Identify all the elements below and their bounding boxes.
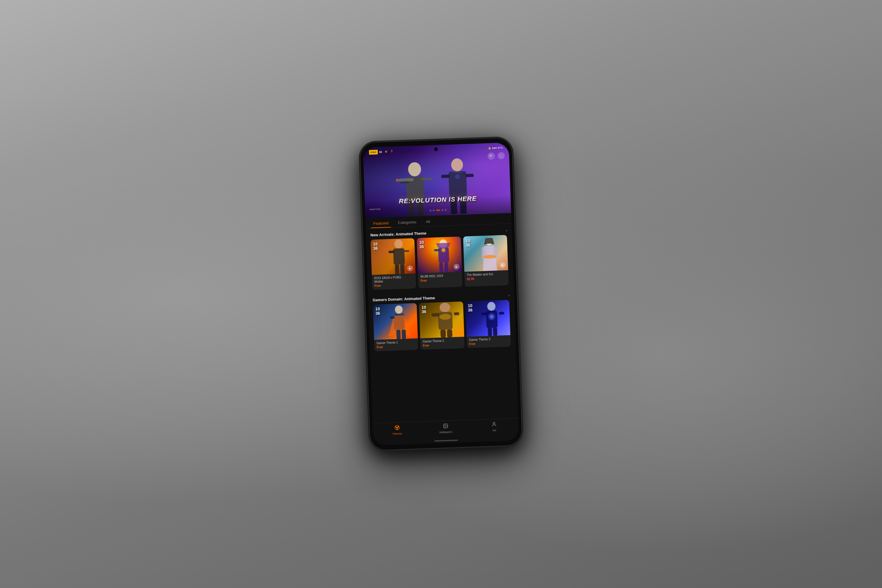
themes-icon bbox=[394, 425, 400, 432]
card-price-gamer1: Free bbox=[376, 344, 416, 349]
card-info-maiden: The Maiden and Koi $2.99 bbox=[464, 270, 508, 283]
me-icon bbox=[492, 422, 497, 428]
rog-icon: ⚙ bbox=[383, 149, 389, 155]
me-svg-icon bbox=[492, 422, 497, 427]
location-icon: 📍 bbox=[390, 150, 393, 153]
svg-rect-18 bbox=[388, 250, 394, 253]
tab-featured-label: Featured bbox=[373, 221, 388, 226]
svg-rect-47 bbox=[481, 312, 487, 315]
card-image-gamer2: 10 36 bbox=[419, 302, 464, 338]
card-rog-pubg[interactable]: 10 36 ▶ bbox=[370, 238, 416, 290]
svg-rect-19 bbox=[404, 250, 409, 252]
svg-rect-49 bbox=[488, 328, 492, 336]
new-arrivals-cards: 10 36 ▶ bbox=[366, 235, 514, 293]
lock-icon: 🔒 bbox=[488, 147, 491, 150]
gamer2-art bbox=[419, 302, 464, 338]
play-button-2[interactable]: ▶ bbox=[453, 264, 459, 270]
card-image-gamer3: 10 36 bbox=[465, 300, 510, 337]
tab-categories-label: Categories bbox=[398, 220, 416, 225]
wallpapers-icon bbox=[443, 423, 448, 430]
battery-text: 87% bbox=[498, 146, 503, 149]
tab-all[interactable]: All bbox=[421, 216, 435, 226]
card-image-pubg: 10 36 ▶ bbox=[370, 238, 416, 275]
card-info-gamer3: Gamer Theme 3 Free bbox=[466, 335, 511, 348]
svg-rect-40 bbox=[432, 313, 439, 316]
svg-point-38 bbox=[440, 303, 450, 312]
svg-point-54 bbox=[396, 427, 398, 428]
card-price-gamer2: Free bbox=[423, 343, 462, 348]
new-arrivals-arrow[interactable]: › bbox=[506, 228, 507, 232]
card-image-mlbb: 10 36 bbox=[417, 237, 462, 273]
svg-rect-37 bbox=[402, 330, 406, 339]
card-price-mlbb: Free bbox=[421, 278, 460, 282]
gamers-domain-cards: 10 36 bbox=[368, 300, 516, 355]
svg-rect-3 bbox=[421, 178, 432, 180]
status-right: 🔒 ●●● 87% bbox=[488, 146, 503, 150]
pubg-logo: PUBG bbox=[369, 150, 378, 154]
card-info-gamer2: Gamer Theme 2 Free bbox=[420, 337, 465, 350]
svg-rect-6 bbox=[399, 178, 413, 182]
svg-point-59 bbox=[444, 425, 445, 425]
card-image-maiden: 10 36 bbox=[463, 235, 508, 272]
wallpapers-svg-icon bbox=[443, 423, 448, 429]
svg-point-45 bbox=[487, 302, 495, 311]
svg-point-16 bbox=[394, 239, 403, 248]
status-left: PUBG 34 ⚙ 📍 bbox=[369, 148, 394, 155]
svg-rect-26 bbox=[439, 262, 443, 273]
svg-rect-48 bbox=[499, 312, 504, 315]
svg-rect-20 bbox=[395, 265, 399, 274]
me-label: Me bbox=[492, 429, 496, 432]
svg-point-8 bbox=[451, 158, 464, 171]
svg-rect-10 bbox=[441, 175, 450, 178]
phone-device: PUBG 34 ⚙ 📍 🔒 ●●● 87% 🔍 ⋮ bbox=[359, 137, 523, 451]
home-indicator bbox=[434, 440, 458, 442]
svg-point-60 bbox=[494, 422, 495, 424]
svg-rect-36 bbox=[396, 330, 401, 339]
tab-featured[interactable]: Featured bbox=[368, 217, 393, 228]
app-screen: PUBG 34 ⚙ 📍 🔒 ●●● 87% 🔍 ⋮ bbox=[363, 142, 519, 446]
nav-me[interactable]: Me bbox=[470, 421, 519, 433]
themes-svg-icon bbox=[394, 425, 400, 430]
card-gamer1[interactable]: 10 36 bbox=[373, 303, 418, 351]
svg-rect-17 bbox=[393, 248, 405, 265]
card-gamer2[interactable]: 10 36 bbox=[419, 302, 465, 350]
carrier-text: 34 bbox=[379, 150, 382, 153]
themes-label: Themes bbox=[393, 432, 402, 435]
svg-point-33 bbox=[395, 306, 403, 314]
svg-rect-21 bbox=[400, 264, 405, 274]
gamer3-art bbox=[465, 300, 510, 337]
card-price-pubg: Free bbox=[375, 283, 414, 288]
svg-rect-11 bbox=[465, 174, 474, 177]
signal-icon: ●●● bbox=[492, 146, 497, 150]
card-info-pubg: ROG SAGA x PUBG Moible Free bbox=[372, 273, 416, 290]
hero-banner[interactable]: PUBG 34 ⚙ 📍 🔒 ●●● 87% 🔍 ⋮ bbox=[363, 142, 511, 218]
svg-rect-27 bbox=[444, 262, 448, 272]
svg-rect-35 bbox=[390, 316, 394, 319]
svg-marker-24 bbox=[436, 243, 451, 248]
svg-point-7 bbox=[396, 179, 399, 182]
card-maiden[interactable]: 10 36 bbox=[463, 235, 508, 286]
card-price-maiden: $2.99 bbox=[467, 276, 506, 281]
new-arrivals-title: New Arrivals: Animated Theme bbox=[370, 231, 427, 237]
svg-rect-41 bbox=[454, 312, 459, 315]
card-gamer3[interactable]: 10 36 bbox=[465, 300, 511, 348]
svg-rect-42 bbox=[440, 330, 446, 338]
gamers-domain-title: Gamers Domain: Animated Theme bbox=[372, 296, 435, 302]
tab-categories[interactable]: Categories bbox=[393, 216, 421, 227]
card-mlbb[interactable]: 10 36 bbox=[417, 237, 462, 288]
phone-screen: PUBG 34 ⚙ 📍 🔒 ●●● 87% 🔍 ⋮ bbox=[363, 142, 519, 446]
scroll-content: New Arrivals: Animated Theme › 10 36 bbox=[366, 224, 518, 423]
svg-rect-50 bbox=[493, 327, 497, 336]
gamers-domain-arrow[interactable]: › bbox=[508, 293, 510, 297]
wallpapers-label: Wallpapers bbox=[439, 430, 453, 434]
card-info-gamer1: Gamer Theme 1 Free bbox=[374, 338, 418, 351]
card-price-gamer3: Free bbox=[469, 341, 508, 346]
nav-wallpapers[interactable]: Wallpapers bbox=[421, 423, 470, 435]
svg-point-0 bbox=[408, 162, 421, 177]
nav-themes[interactable]: Themes bbox=[373, 424, 422, 436]
card-info-mlbb: MLBB MSC 2024 Free bbox=[418, 272, 462, 285]
tab-all-label: All bbox=[426, 219, 430, 224]
gamer1-art bbox=[373, 303, 418, 340]
svg-rect-43 bbox=[447, 330, 453, 338]
svg-rect-25 bbox=[434, 249, 440, 251]
